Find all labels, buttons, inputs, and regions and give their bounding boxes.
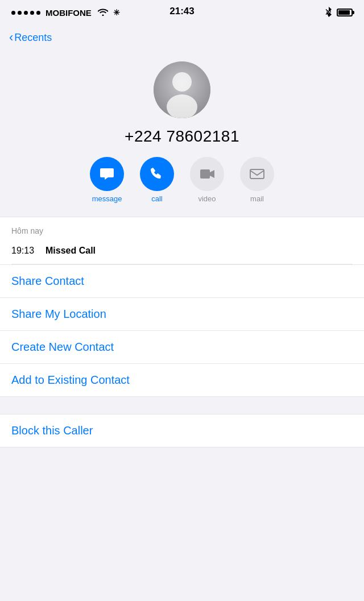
dot-3 — [24, 11, 28, 15]
call-history: Hôm nay 19:13 Missed Call — [0, 217, 364, 264]
share-contact-label: Share Contact — [11, 275, 84, 288]
video-action[interactable]: video — [190, 157, 224, 203]
back-chevron-icon: ‹ — [9, 31, 13, 44]
nav-bar: ‹ Recents — [0, 25, 364, 50]
signal-dots — [11, 11, 40, 15]
status-left: MOBIFONE ✳ — [11, 8, 120, 18]
svg-rect-9 — [250, 169, 264, 179]
block-caller-label: Block this Caller — [11, 424, 93, 437]
share-contact-item[interactable]: Share Contact — [0, 265, 364, 298]
back-button[interactable]: ‹ Recents — [9, 31, 52, 44]
wifi-icon — [98, 8, 108, 18]
create-contact-label: Create New Contact — [11, 341, 114, 354]
block-caller-item[interactable]: Block this Caller — [0, 415, 364, 447]
call-icon — [140, 157, 174, 191]
svg-point-6 — [167, 94, 197, 118]
mail-action[interactable]: mail — [240, 157, 274, 203]
menu-section: Share Contact Share My Location Create N… — [0, 264, 364, 397]
call-action[interactable]: call — [140, 157, 174, 203]
share-location-item[interactable]: Share My Location — [0, 298, 364, 331]
carrier-name: MOBIFONE — [46, 8, 92, 18]
call-time: 19:13 — [11, 246, 46, 256]
block-section: Block this Caller — [0, 414, 364, 447]
mail-label: mail — [250, 194, 264, 203]
dot-1 — [11, 11, 15, 15]
svg-rect-7 — [200, 169, 210, 179]
battery-fill — [338, 10, 350, 15]
create-contact-item[interactable]: Create New Contact — [0, 331, 364, 364]
section-title: Hôm nay — [11, 226, 353, 235]
dot-2 — [18, 11, 22, 15]
call-entry: 19:13 Missed Call — [11, 241, 353, 264]
clock: 21:43 — [169, 6, 194, 17]
action-buttons: message call video — [0, 157, 364, 203]
video-label: video — [198, 194, 216, 203]
loading-icon: ✳ — [113, 8, 120, 17]
add-existing-item[interactable]: Add to Existing Contact — [0, 364, 364, 397]
message-label: message — [92, 194, 122, 203]
avatar — [154, 61, 210, 118]
dot-5 — [36, 11, 40, 15]
video-icon — [190, 157, 224, 191]
dot-4 — [30, 11, 34, 15]
call-status: Missed Call — [46, 246, 96, 256]
call-label: call — [151, 194, 163, 203]
message-icon — [90, 157, 124, 191]
svg-point-5 — [172, 72, 192, 92]
svg-marker-8 — [210, 170, 214, 178]
back-label: Recents — [14, 32, 52, 44]
add-existing-label: Add to Existing Contact — [11, 374, 130, 387]
status-right — [325, 7, 353, 19]
phone-number[interactable]: +224 78602181 — [125, 127, 239, 146]
share-location-label: Share My Location — [11, 308, 106, 321]
message-action[interactable]: message — [90, 157, 124, 203]
contact-header: +224 78602181 message call — [0, 50, 364, 217]
battery-icon — [337, 9, 353, 16]
status-bar: MOBIFONE ✳ 21:43 — [0, 0, 364, 25]
mail-icon — [240, 157, 274, 191]
bluetooth-icon — [325, 7, 332, 19]
